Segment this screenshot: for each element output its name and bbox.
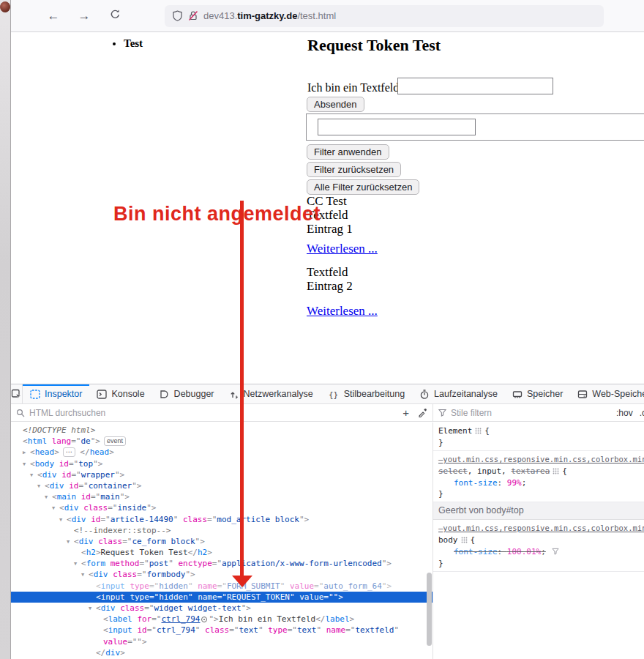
code-token: class xyxy=(120,603,144,613)
browser-window: ← → dev413.tim-gatzky.de/test.html xyxy=(11,0,644,659)
forward-button[interactable]: → xyxy=(77,9,91,23)
rule-selector[interactable]: select, input, textarea{ xyxy=(438,466,644,477)
markup-row[interactable]: ▼<div class="widget widget-text"> xyxy=(11,603,433,614)
markup-row[interactable]: ▶<head>⋯ </head> xyxy=(11,447,433,458)
markup-row[interactable]: <input id="ctrl_794" class="text" type="… xyxy=(11,625,433,636)
code-token: Request Token Test xyxy=(101,548,188,557)
event-badge[interactable]: event xyxy=(104,436,126,446)
markup-row[interactable]: ▼<div class="inside"> xyxy=(11,502,433,513)
markup-row[interactable]: ▼<form method="post" enctype="applicatio… xyxy=(11,558,433,569)
expander-open-icon[interactable]: ▼ xyxy=(67,537,74,548)
rule-selector[interactable]: Element{ xyxy=(438,425,644,437)
insecure-lock-icon[interactable] xyxy=(188,10,198,21)
code-token: < xyxy=(103,614,108,624)
markup-row[interactable]: ▼<body id="top"> xyxy=(11,458,433,469)
expander-open-icon[interactable]: ▼ xyxy=(23,459,30,470)
code-token: name xyxy=(326,625,346,635)
avatar xyxy=(0,1,10,12)
expander-closed-icon[interactable]: ▶ xyxy=(23,447,30,458)
devtools-tab-inspektor[interactable]: Inspektor xyxy=(23,384,89,403)
stylesheet-link[interactable]: —yout.min.css,responsive.min.css,colorbo… xyxy=(438,523,644,534)
code-token: type xyxy=(268,625,288,635)
expander-open-icon[interactable]: ▼ xyxy=(45,492,52,503)
class-toggle[interactable]: .cls xyxy=(640,408,644,418)
markup-row[interactable]: value=""> xyxy=(11,636,433,647)
markup-search-field[interactable]: HTML durchsuchen + xyxy=(11,404,433,421)
textfield-label: Ich bin ein Textfeld xyxy=(307,81,399,94)
code-token: " xyxy=(290,592,299,602)
devtools-tab-laufzeitanalyse[interactable]: Laufzeitanalyse xyxy=(412,384,505,403)
markup-row[interactable]: ▼<div class="formbody"> xyxy=(11,569,433,580)
devtools-tab-web-speicher[interactable]: Web-Speicher xyxy=(570,384,644,403)
markup-row[interactable]: ▼<main id="main"> xyxy=(11,491,433,502)
rule-closing-brace: } xyxy=(438,558,644,569)
submit-button[interactable]: Absenden xyxy=(307,97,364,112)
tab-label: Debugger xyxy=(174,389,214,399)
code-token: < xyxy=(59,503,64,513)
devtools-tab-speicher[interactable]: Speicher xyxy=(505,384,570,403)
reload-button[interactable] xyxy=(108,9,122,23)
code-token: "> xyxy=(146,503,156,513)
expander-open-icon[interactable]: ▼ xyxy=(59,515,67,526)
rule-selector[interactable]: body{ xyxy=(438,535,644,546)
filter-reset-all-button[interactable]: Alle Filter zurücksetzen xyxy=(307,179,419,195)
nav-list: Test xyxy=(112,37,143,50)
expander-open-icon[interactable]: ▼ xyxy=(81,570,89,581)
scrollbar-thumb[interactable] xyxy=(427,573,432,646)
expander-open-icon[interactable]: ▼ xyxy=(74,559,81,570)
expander-open-icon[interactable]: ▼ xyxy=(37,481,45,492)
highlight-selector-icon[interactable] xyxy=(461,535,468,546)
entry-line: Textfeld xyxy=(307,265,353,279)
expander-open-icon[interactable]: ▼ xyxy=(89,603,96,614)
code-token: label xyxy=(325,614,349,624)
jump-to-element-icon[interactable] xyxy=(201,617,207,622)
page-title: Request Token Test xyxy=(307,36,441,55)
highlight-selector-icon[interactable] xyxy=(553,466,559,477)
expander-open-icon[interactable]: ▼ xyxy=(30,470,37,481)
filter-apply-button[interactable]: Filter anwenden xyxy=(307,144,389,160)
markup-row[interactable]: ▼<div id="wrapper"> xyxy=(11,469,433,480)
markup-row[interactable]: <h2>Request Token Test</h2> xyxy=(11,547,433,558)
markup-row[interactable]: ▼<div id="article-14490" class="mod_arti… xyxy=(11,514,433,525)
markup-row[interactable]: ▼<div id="container"> xyxy=(11,480,433,491)
devtools-tab-netzwerkanalyse[interactable]: Netzwerkanalyse xyxy=(222,384,321,403)
code-token: top xyxy=(78,459,93,469)
markup-scrollbar[interactable] xyxy=(426,422,432,659)
read-more-link-1[interactable]: Weiterlesen ... xyxy=(307,242,378,256)
add-node-button[interactable]: + xyxy=(402,407,409,418)
expander-open-icon[interactable]: ▼ xyxy=(52,503,59,514)
styles-filter-field[interactable]: Stile filtern :hov .cls xyxy=(433,404,644,421)
devtools-tab-konsole[interactable]: Konsole xyxy=(89,384,151,403)
property-value: 99% xyxy=(507,478,522,488)
css-declaration[interactable]: font-size: 99%; xyxy=(438,477,644,488)
element-picker-button[interactable] xyxy=(11,384,23,403)
textfield-input[interactable] xyxy=(397,78,553,94)
pseudo-class-toggle[interactable]: :hov xyxy=(616,408,633,418)
filter-reset-button[interactable]: Filter zurücksetzen xyxy=(307,162,401,177)
markup-row[interactable]: <label for="ctrl_794">Ich bin ein Textfe… xyxy=(11,614,433,625)
markup-row-selected[interactable]: <input type="hidden" name="REQUEST_TOKEN… xyxy=(11,592,433,603)
overridden-filter-icon[interactable] xyxy=(552,547,559,558)
back-button[interactable]: ← xyxy=(46,9,61,23)
stylesheet-link[interactable]: —yout.min.css,responsive.min.css,colorbo… xyxy=(438,454,644,465)
storage-icon xyxy=(577,390,588,399)
markup-row[interactable]: </div> xyxy=(11,647,433,658)
code-token: =" xyxy=(288,625,297,635)
markup-row[interactable]: <!--indexer::stop--> xyxy=(11,525,433,536)
devtools-tab-debugger[interactable]: Debugger xyxy=(152,384,222,403)
markup-row[interactable]: ▼<div class="ce_form block"> xyxy=(11,536,433,547)
highlight-selector-icon[interactable] xyxy=(475,426,482,437)
collapsed-content-badge[interactable]: ⋯ xyxy=(63,447,75,457)
filter-input[interactable] xyxy=(318,119,476,135)
eyedropper-icon[interactable] xyxy=(418,408,427,417)
markup-row[interactable]: <input type="hidden" name="FORM_SUBMIT" … xyxy=(11,581,433,592)
code-token: < xyxy=(30,459,35,469)
code-token: div xyxy=(105,648,120,658)
shield-icon[interactable] xyxy=(172,10,183,22)
devtools-tab-stilbearbeitung[interactable]: {}Stilbearbeitung xyxy=(321,384,412,403)
read-more-link-2[interactable]: Weiterlesen ... xyxy=(307,304,378,319)
url-bar[interactable]: dev413.tim-gatzky.de/test.html xyxy=(165,5,604,27)
css-declaration[interactable]: font-size: 100.01%; xyxy=(438,546,644,558)
markup-row[interactable]: <html lang="de">event xyxy=(11,436,433,447)
markup-row[interactable]: <!DOCTYPE html> xyxy=(11,425,433,436)
